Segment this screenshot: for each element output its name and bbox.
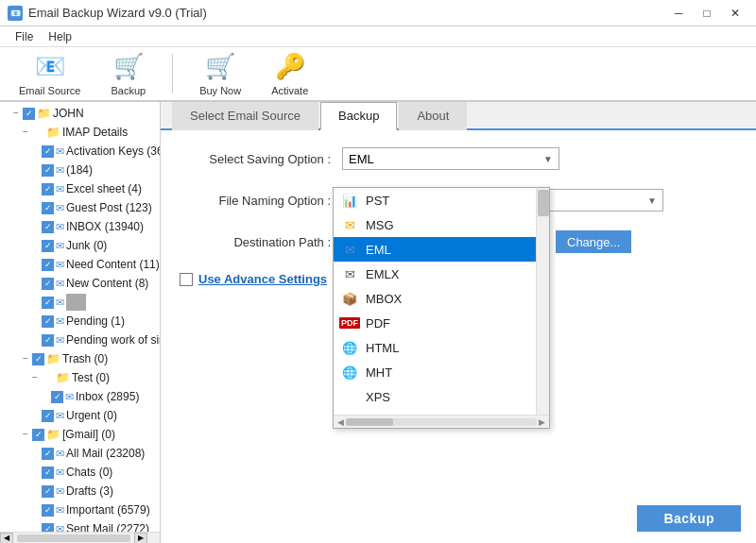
tree-checkbox[interactable]: ✓ <box>42 202 54 214</box>
toolbar-activate[interactable]: 🔑 Activate <box>264 48 316 100</box>
tab-about[interactable]: About <box>399 102 467 130</box>
tree-item[interactable]: ✓✉New Content (8) <box>0 274 160 293</box>
eml-format-icon: ✉ <box>339 241 360 258</box>
dropdown-item-pdf[interactable]: PDFPDF <box>334 311 536 335</box>
sidebar-container: −✓📁JOHN−📁IMAP Details✓✉Activation Keys (… <box>0 102 161 543</box>
activate-icon: 🔑 <box>275 52 305 82</box>
tree-item-label: Junk (0) <box>66 237 107 254</box>
tree-item[interactable]: ✓✉Sent Mail (2272) <box>0 519 160 532</box>
tree-item[interactable]: ✓✉Activation Keys (36) <box>0 142 160 161</box>
tree-checkbox[interactable]: ✓ <box>42 278 54 290</box>
minimize-button[interactable]: ─ <box>665 4 692 23</box>
tree-checkbox[interactable]: ✓ <box>42 315 54 328</box>
dropdown-item-mht[interactable]: 🌐MHT <box>334 360 536 384</box>
tree-item[interactable]: −✓📁[Gmail] (0) <box>0 425 160 444</box>
toolbar-separator <box>172 54 173 93</box>
tree-checkbox[interactable]: ✓ <box>42 467 54 479</box>
toolbar-backup[interactable]: 🛒 Backup <box>103 48 153 100</box>
tree-checkbox[interactable]: ✓ <box>42 410 54 422</box>
tree-item[interactable]: ✓✉Drafts (3) <box>0 482 160 501</box>
tree-item[interactable]: −✓📁JOHN <box>0 104 160 123</box>
tree-expand-icon[interactable]: − <box>19 124 32 141</box>
tree-checkbox[interactable]: ✓ <box>42 164 54 177</box>
dropdown-item-mbox[interactable]: 📦MBOX <box>334 286 536 311</box>
tree-item[interactable]: ✓✉Junk (0) <box>0 236 160 255</box>
tree-item[interactable]: ✓✉INBOX (13940) <box>0 217 160 236</box>
maximize-button[interactable]: □ <box>694 4 720 23</box>
dropdown-item-rtf[interactable]: 📝RTF <box>334 409 536 415</box>
tab-select-email-source[interactable]: Select Email Source <box>172 102 318 130</box>
tree-item[interactable]: ✓✉(15) <box>0 293 160 312</box>
tree-checkbox[interactable]: ✓ <box>42 523 54 533</box>
mail-icon: ✉ <box>56 501 64 518</box>
mail-icon: ✉ <box>56 256 64 273</box>
saving-option-value: EML <box>349 152 374 166</box>
tree-expand-icon[interactable]: − <box>19 426 32 443</box>
tree-item[interactable]: −✓📁Trash (0) <box>0 349 160 368</box>
tree-expand-icon[interactable]: − <box>19 350 32 367</box>
toolbar-buy-now[interactable]: 🛒 Buy Now <box>192 48 249 100</box>
tree-checkbox[interactable]: ✓ <box>42 259 54 271</box>
change-button[interactable]: Change... <box>556 230 631 253</box>
hscroll-thumb <box>17 535 130 542</box>
saving-option-select[interactable]: EML ▼ <box>342 147 559 170</box>
tree-checkbox[interactable]: ✓ <box>42 448 54 460</box>
scroll-right-btn[interactable]: ▶ <box>134 533 147 544</box>
tree-expand-icon[interactable]: − <box>9 105 23 122</box>
menu-help[interactable]: Help <box>41 28 79 45</box>
hscroll-left-icon[interactable]: ◀ <box>337 417 344 427</box>
sidebar[interactable]: −✓📁JOHN−📁IMAP Details✓✉Activation Keys (… <box>0 102 161 532</box>
tree-item[interactable]: ✓✉Need Content (11) <box>0 255 160 274</box>
menu-file[interactable]: File <box>8 28 41 45</box>
tree-item[interactable]: ✓✉Pending work of sir (' <box>0 331 160 349</box>
dropdown-item-eml[interactable]: ✉EML <box>334 237 536 262</box>
tree-checkbox[interactable]: ✓ <box>42 504 54 517</box>
dropdown-item-pst[interactable]: 📊PST <box>334 188 536 212</box>
tree-item[interactable]: ✓✉Pending (1) <box>0 312 160 331</box>
tree-checkbox[interactable]: ✓ <box>42 297 54 309</box>
tree-item[interactable]: ✓✉Important (6579) <box>0 501 160 519</box>
tree-item[interactable]: −📁Test (0) <box>0 368 160 387</box>
tree-item-label: [Gmail] (0) <box>62 426 115 443</box>
file-naming-arrow-icon: ▼ <box>647 195 657 206</box>
tree-checkbox[interactable]: ✓ <box>51 391 63 403</box>
toolbar-email-source[interactable]: 📧 Email Source <box>11 48 88 100</box>
dropdown-vscroll-track[interactable] <box>536 188 549 415</box>
tree-checkbox[interactable]: ✓ <box>42 145 54 158</box>
tree-item[interactable]: ✓✉(184) <box>0 161 160 179</box>
dropdown-item-xps[interactable]: XPS <box>334 384 536 409</box>
tree-item-label: Chats (0) <box>66 464 112 481</box>
mail-icon: ✉ <box>56 464 64 481</box>
tree-checkbox[interactable]: ✓ <box>42 334 54 347</box>
tree-checkbox[interactable]: ✓ <box>42 485 54 498</box>
tree-checkbox[interactable]: ✓ <box>23 108 35 120</box>
close-button[interactable]: ✕ <box>722 4 748 23</box>
tree-checkbox[interactable]: ✓ <box>32 353 44 365</box>
hscroll-right-icon[interactable]: ▶ <box>539 417 545 427</box>
dropdown-list[interactable]: 📊PST✉MSG✉EML✉EMLX📦MBOXPDFPDF🌐HTML🌐MHTXPS… <box>334 188 549 415</box>
tree-item[interactable]: ✓✉All Mail (23208) <box>0 444 160 463</box>
sidebar-hscrollbar[interactable]: ◀ ▶ <box>0 532 160 543</box>
toolbar: 📧 Email Source 🛒 Backup 🛒 Buy Now 🔑 Acti… <box>0 47 756 102</box>
advance-settings-label[interactable]: Use Advance Settings <box>198 272 327 286</box>
tab-backup[interactable]: Backup <box>320 102 397 130</box>
tree-item[interactable]: ✓✉Chats (0) <box>0 463 160 482</box>
tree-expand-icon[interactable]: − <box>28 369 42 386</box>
tree-checkbox[interactable]: ✓ <box>42 183 54 195</box>
tree-item-label: Need Content (11) <box>66 256 160 273</box>
tree-checkbox[interactable]: ✓ <box>42 221 54 233</box>
tree-item[interactable]: ✓✉Excel sheet (4) <box>0 179 160 198</box>
tree-item[interactable]: ✓✉Guest Post (123) <box>0 198 160 217</box>
tree-item[interactable]: ✓✉Urgent (0) <box>0 406 160 425</box>
dropdown-item-emlx[interactable]: ✉EMLX <box>334 262 536 286</box>
mbox-format-icon: 📦 <box>339 290 360 307</box>
dropdown-item-html[interactable]: 🌐HTML <box>334 335 536 360</box>
scroll-left-btn[interactable]: ◀ <box>0 533 13 544</box>
dropdown-item-msg[interactable]: ✉MSG <box>334 212 536 237</box>
advance-checkbox[interactable] <box>180 273 193 286</box>
tree-item[interactable]: ✓✉Inbox (2895) <box>0 387 160 406</box>
tree-item[interactable]: −📁IMAP Details <box>0 123 160 142</box>
tree-checkbox[interactable]: ✓ <box>32 429 44 441</box>
backup-button[interactable]: Backup <box>637 505 741 532</box>
tree-checkbox[interactable]: ✓ <box>42 240 54 252</box>
